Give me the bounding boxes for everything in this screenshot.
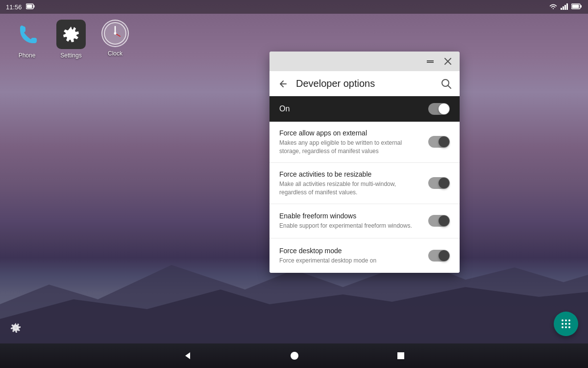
nav-home-button[interactable] (290, 351, 299, 360)
status-bar-right (549, 3, 582, 11)
toggle-thumb-freeform (439, 215, 449, 226)
svg-rect-5 (561, 8, 562, 10)
app-icon-clock[interactable]: Clock (98, 20, 132, 59)
close-button[interactable] (442, 55, 454, 67)
phone-icon (14, 22, 40, 47)
setting-text-freeform: Enable freeform windows Enable support f… (279, 211, 428, 230)
setting-title-freeform: Enable freeform windows (279, 211, 420, 220)
settings-gear-icon (62, 26, 80, 43)
setting-desc-freeform: Enable support for experimental freeform… (279, 222, 420, 230)
status-bar: 11:56 (0, 0, 588, 14)
phone-icon-container (12, 20, 42, 49)
phone-label: Phone (19, 52, 36, 59)
app-icon-settings[interactable]: Settings (54, 20, 88, 59)
setting-text-resizable: Force activities to be resizable Make al… (279, 170, 428, 197)
clock-icon (103, 22, 127, 45)
setting-item-desktop-mode[interactable]: Force desktop mode Force experimental de… (270, 238, 460, 273)
svg-line-35 (448, 85, 451, 88)
setting-title-desktop-mode: Force desktop mode (279, 246, 420, 255)
toggle-thumb-desktop-mode (439, 250, 449, 261)
battery-status-icon (26, 3, 35, 11)
settings-icon-container (56, 20, 86, 49)
svg-point-24 (562, 326, 564, 328)
svg-point-23 (568, 323, 570, 325)
navigation-bar (0, 343, 588, 368)
search-icon (441, 79, 452, 89)
clock-icon-container (101, 20, 129, 47)
svg-point-25 (565, 326, 567, 328)
setting-desc-desktop-mode: Force experimental desktop mode on (279, 257, 420, 265)
app-icon-phone[interactable]: Phone (10, 20, 44, 59)
wifi-icon (549, 3, 558, 11)
status-bar-left: 11:56 (6, 3, 35, 11)
back-arrow-icon (277, 79, 288, 89)
setting-desc-resizable: Make all activities resizable for multi-… (279, 180, 420, 197)
svg-rect-8 (566, 3, 568, 10)
toggle-thumb-resizable (439, 178, 449, 188)
desktop-icons: Phone Settings Clock (10, 20, 132, 59)
toggle-force-external[interactable] (428, 136, 450, 148)
svg-rect-7 (564, 5, 566, 10)
nav-back-button[interactable] (183, 351, 192, 360)
time-display: 11:56 (6, 3, 22, 11)
minimize-icon (426, 58, 434, 64)
toggle-thumb-on (439, 104, 449, 114)
developer-on-toggle[interactable] (428, 103, 450, 115)
toggle-thumb-force-external (439, 136, 449, 147)
svg-rect-31 (427, 62, 434, 63)
svg-rect-4 (26, 4, 32, 8)
setting-item-freeform[interactable]: Enable freeform windows Enable support f… (270, 204, 460, 238)
close-icon (444, 58, 451, 65)
svg-point-22 (565, 323, 567, 325)
setting-title-resizable: Force activities to be resizable (279, 170, 420, 179)
setting-text-desktop-mode: Force desktop mode Force experimental de… (279, 246, 428, 265)
svg-marker-27 (185, 352, 190, 359)
dialog-titlebar (270, 52, 460, 71)
settings-label: Settings (60, 52, 81, 59)
setting-title-force-external: Force allow apps on external (279, 129, 420, 137)
apps-grid-icon (560, 318, 572, 330)
developer-options-dialog: Developer options On Force allow apps on… (270, 52, 460, 273)
toggle-resizable[interactable] (428, 177, 450, 189)
nav-back-icon (183, 351, 192, 360)
setting-desc-force-external: Makes any app eligible to be written to … (279, 139, 420, 156)
svg-point-21 (562, 323, 564, 325)
setting-item-force-external[interactable]: Force allow apps on external Makes any a… (270, 122, 460, 163)
svg-point-26 (568, 326, 570, 328)
svg-rect-10 (581, 5, 582, 7)
svg-point-28 (291, 352, 298, 360)
settings-list: Force allow apps on external Makes any a… (270, 122, 460, 273)
dialog-back-button[interactable] (277, 79, 288, 89)
toggle-freeform[interactable] (428, 215, 450, 227)
dialog-header: Developer options (270, 71, 460, 96)
developer-on-row[interactable]: On (270, 96, 460, 122)
svg-rect-11 (572, 4, 579, 8)
signal-icon (561, 3, 568, 11)
minimize-button[interactable] (424, 55, 436, 67)
setting-text-force-external: Force allow apps on external Makes any a… (279, 129, 428, 156)
svg-point-19 (565, 319, 567, 321)
battery-icon (571, 3, 582, 11)
svg-rect-6 (563, 6, 564, 10)
svg-point-20 (568, 319, 570, 321)
bottom-gear-icon (10, 322, 22, 334)
clock-label: Clock (108, 50, 122, 57)
svg-rect-3 (33, 5, 34, 7)
on-label: On (279, 105, 290, 113)
svg-rect-30 (427, 60, 434, 61)
svg-point-18 (562, 319, 564, 321)
nav-recents-button[interactable] (397, 352, 405, 360)
svg-point-16 (114, 32, 117, 35)
toggle-desktop-mode[interactable] (428, 250, 450, 262)
nav-home-icon (290, 351, 299, 360)
dialog-title: Developer options (296, 78, 433, 89)
svg-rect-29 (397, 352, 404, 359)
app-drawer-fab[interactable] (554, 312, 578, 336)
dialog-search-button[interactable] (441, 79, 452, 89)
bottom-settings-button[interactable] (10, 322, 22, 336)
nav-recents-icon (397, 352, 405, 360)
setting-item-resizable[interactable]: Force activities to be resizable Make al… (270, 163, 460, 204)
